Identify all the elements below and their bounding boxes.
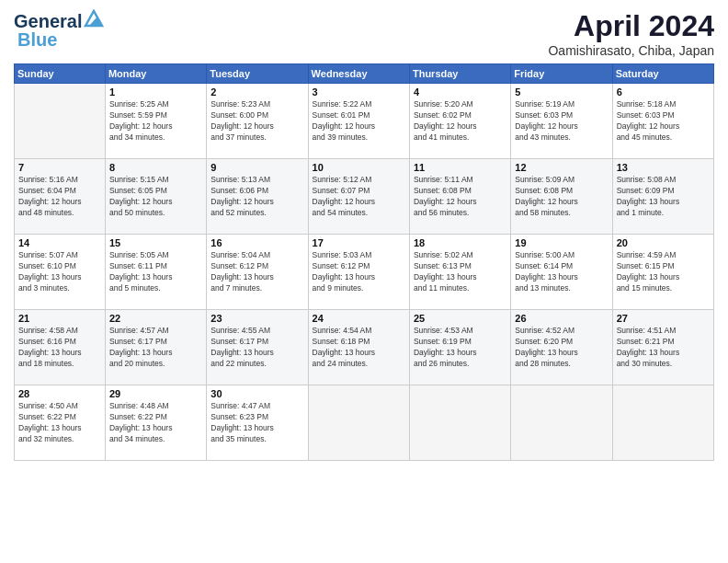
day-number: 24 bbox=[313, 313, 405, 324]
day-info: Sunrise: 5:12 AM Sunset: 6:07 PM Dayligh… bbox=[313, 175, 405, 219]
calendar-table: Sunday Monday Tuesday Wednesday Thursday… bbox=[14, 63, 714, 461]
day-info: Sunrise: 4:47 AM Sunset: 6:23 PM Dayligh… bbox=[210, 401, 303, 445]
logo: General Blue bbox=[14, 9, 104, 51]
calendar-cell: 28Sunrise: 4:50 AM Sunset: 6:22 PM Dayli… bbox=[15, 385, 106, 461]
calendar-cell bbox=[308, 385, 409, 461]
calendar-cell: 2Sunrise: 5:23 AM Sunset: 6:00 PM Daylig… bbox=[207, 84, 308, 159]
day-info: Sunrise: 5:05 AM Sunset: 6:11 PM Dayligh… bbox=[109, 250, 202, 294]
calendar-cell: 23Sunrise: 4:55 AM Sunset: 6:17 PM Dayli… bbox=[207, 310, 308, 385]
calendar-cell: 3Sunrise: 5:22 AM Sunset: 6:01 PM Daylig… bbox=[308, 84, 409, 159]
day-info: Sunrise: 4:48 AM Sunset: 6:22 PM Dayligh… bbox=[109, 401, 202, 445]
calendar-cell: 7Sunrise: 5:16 AM Sunset: 6:04 PM Daylig… bbox=[15, 159, 106, 235]
calendar-cell: 30Sunrise: 4:47 AM Sunset: 6:23 PM Dayli… bbox=[207, 385, 308, 461]
calendar-cell: 12Sunrise: 5:09 AM Sunset: 6:08 PM Dayli… bbox=[511, 159, 612, 235]
day-info: Sunrise: 5:00 AM Sunset: 6:14 PM Dayligh… bbox=[515, 250, 608, 294]
day-number: 14 bbox=[18, 237, 101, 248]
day-number: 6 bbox=[617, 86, 710, 98]
calendar-cell: 4Sunrise: 5:20 AM Sunset: 6:02 PM Daylig… bbox=[409, 84, 510, 159]
day-number: 25 bbox=[414, 313, 506, 324]
day-info: Sunrise: 5:07 AM Sunset: 6:10 PM Dayligh… bbox=[18, 250, 101, 294]
day-info: Sunrise: 5:18 AM Sunset: 6:03 PM Dayligh… bbox=[617, 99, 710, 144]
day-number: 5 bbox=[515, 86, 608, 98]
calendar-cell: 15Sunrise: 5:05 AM Sunset: 6:11 PM Dayli… bbox=[105, 235, 206, 310]
calendar-cell: 14Sunrise: 5:07 AM Sunset: 6:10 PM Dayli… bbox=[15, 235, 106, 310]
day-info: Sunrise: 5:23 AM Sunset: 6:00 PM Dayligh… bbox=[210, 99, 303, 144]
month-year-title: April 2024 bbox=[548, 9, 714, 43]
calendar-week-4: 28Sunrise: 4:50 AM Sunset: 6:22 PM Dayli… bbox=[15, 385, 714, 461]
day-number: 3 bbox=[313, 86, 405, 98]
day-info: Sunrise: 5:02 AM Sunset: 6:13 PM Dayligh… bbox=[414, 250, 506, 294]
day-info: Sunrise: 5:25 AM Sunset: 5:59 PM Dayligh… bbox=[109, 99, 202, 144]
day-info: Sunrise: 5:13 AM Sunset: 6:06 PM Dayligh… bbox=[210, 175, 303, 219]
calendar-cell: 27Sunrise: 4:51 AM Sunset: 6:21 PM Dayli… bbox=[612, 310, 713, 385]
day-info: Sunrise: 5:09 AM Sunset: 6:08 PM Dayligh… bbox=[515, 175, 608, 219]
day-number: 20 bbox=[617, 237, 710, 248]
calendar-cell: 11Sunrise: 5:11 AM Sunset: 6:08 PM Dayli… bbox=[409, 159, 510, 235]
calendar-cell bbox=[511, 385, 612, 461]
calendar-week-2: 14Sunrise: 5:07 AM Sunset: 6:10 PM Dayli… bbox=[15, 235, 714, 310]
calendar-cell bbox=[409, 385, 510, 461]
day-info: Sunrise: 4:50 AM Sunset: 6:22 PM Dayligh… bbox=[18, 401, 101, 445]
day-info: Sunrise: 5:22 AM Sunset: 6:01 PM Dayligh… bbox=[313, 99, 405, 144]
th-monday: Monday bbox=[105, 64, 206, 84]
day-info: Sunrise: 4:51 AM Sunset: 6:21 PM Dayligh… bbox=[617, 326, 710, 370]
day-info: Sunrise: 4:53 AM Sunset: 6:19 PM Dayligh… bbox=[414, 326, 506, 370]
th-thursday: Thursday bbox=[409, 64, 510, 84]
calendar-cell: 16Sunrise: 5:04 AM Sunset: 6:12 PM Dayli… bbox=[207, 235, 308, 310]
day-number: 29 bbox=[109, 388, 202, 399]
calendar-cell: 1Sunrise: 5:25 AM Sunset: 5:59 PM Daylig… bbox=[105, 84, 206, 159]
day-number: 30 bbox=[210, 388, 303, 399]
th-tuesday: Tuesday bbox=[207, 64, 308, 84]
day-number: 22 bbox=[109, 313, 202, 324]
calendar-week-3: 21Sunrise: 4:58 AM Sunset: 6:16 PM Dayli… bbox=[15, 310, 714, 385]
calendar-cell: 8Sunrise: 5:15 AM Sunset: 6:05 PM Daylig… bbox=[105, 159, 206, 235]
title-block: April 2024 Oamishirasato, Chiba, Japan bbox=[548, 9, 714, 58]
day-number: 16 bbox=[210, 237, 303, 248]
day-info: Sunrise: 5:20 AM Sunset: 6:02 PM Dayligh… bbox=[414, 99, 506, 144]
day-info: Sunrise: 5:08 AM Sunset: 6:09 PM Dayligh… bbox=[617, 175, 710, 219]
day-number: 27 bbox=[617, 313, 710, 324]
day-number: 19 bbox=[515, 237, 608, 248]
calendar-cell: 20Sunrise: 4:59 AM Sunset: 6:15 PM Dayli… bbox=[612, 235, 713, 310]
day-info: Sunrise: 5:03 AM Sunset: 6:12 PM Dayligh… bbox=[313, 250, 405, 294]
calendar-cell: 21Sunrise: 4:58 AM Sunset: 6:16 PM Dayli… bbox=[15, 310, 106, 385]
day-info: Sunrise: 5:11 AM Sunset: 6:08 PM Dayligh… bbox=[414, 175, 506, 219]
th-friday: Friday bbox=[511, 64, 612, 84]
calendar-cell: 13Sunrise: 5:08 AM Sunset: 6:09 PM Dayli… bbox=[612, 159, 713, 235]
day-number: 12 bbox=[515, 162, 608, 173]
day-number: 1 bbox=[109, 86, 202, 98]
day-number: 17 bbox=[313, 237, 405, 248]
day-info: Sunrise: 4:59 AM Sunset: 6:15 PM Dayligh… bbox=[617, 250, 710, 294]
day-number: 10 bbox=[313, 162, 405, 173]
calendar-cell: 18Sunrise: 5:02 AM Sunset: 6:13 PM Dayli… bbox=[409, 235, 510, 310]
calendar-cell: 5Sunrise: 5:19 AM Sunset: 6:03 PM Daylig… bbox=[511, 84, 612, 159]
day-info: Sunrise: 5:04 AM Sunset: 6:12 PM Dayligh… bbox=[210, 250, 303, 294]
day-info: Sunrise: 4:52 AM Sunset: 6:20 PM Dayligh… bbox=[515, 326, 608, 370]
header-row: Sunday Monday Tuesday Wednesday Thursday… bbox=[15, 64, 714, 84]
day-number: 23 bbox=[210, 313, 303, 324]
day-info: Sunrise: 5:16 AM Sunset: 6:04 PM Dayligh… bbox=[18, 175, 101, 219]
calendar-cell: 9Sunrise: 5:13 AM Sunset: 6:06 PM Daylig… bbox=[207, 159, 308, 235]
day-number: 18 bbox=[414, 237, 506, 248]
calendar-cell bbox=[15, 84, 106, 159]
logo-blue: Blue bbox=[14, 29, 57, 51]
day-number: 9 bbox=[210, 162, 303, 173]
day-number: 7 bbox=[18, 162, 101, 173]
day-number: 8 bbox=[109, 162, 202, 173]
day-number: 26 bbox=[515, 313, 608, 324]
day-number: 4 bbox=[414, 86, 506, 98]
day-number: 28 bbox=[18, 388, 101, 399]
th-sunday: Sunday bbox=[15, 64, 106, 84]
day-info: Sunrise: 4:55 AM Sunset: 6:17 PM Dayligh… bbox=[210, 326, 303, 370]
calendar-cell: 10Sunrise: 5:12 AM Sunset: 6:07 PM Dayli… bbox=[308, 159, 409, 235]
calendar-cell: 22Sunrise: 4:57 AM Sunset: 6:17 PM Dayli… bbox=[105, 310, 206, 385]
day-number: 13 bbox=[617, 162, 710, 173]
day-info: Sunrise: 4:54 AM Sunset: 6:18 PM Dayligh… bbox=[313, 326, 405, 370]
location-text: Oamishirasato, Chiba, Japan bbox=[548, 43, 714, 58]
calendar-cell: 26Sunrise: 4:52 AM Sunset: 6:20 PM Dayli… bbox=[511, 310, 612, 385]
logo-icon bbox=[84, 9, 104, 29]
calendar-week-1: 7Sunrise: 5:16 AM Sunset: 6:04 PM Daylig… bbox=[15, 159, 714, 235]
calendar-cell: 25Sunrise: 4:53 AM Sunset: 6:19 PM Dayli… bbox=[409, 310, 510, 385]
page-container: General Blue April 2024 Oamishirasato, C… bbox=[0, 0, 728, 470]
calendar-cell: 24Sunrise: 4:54 AM Sunset: 6:18 PM Dayli… bbox=[308, 310, 409, 385]
